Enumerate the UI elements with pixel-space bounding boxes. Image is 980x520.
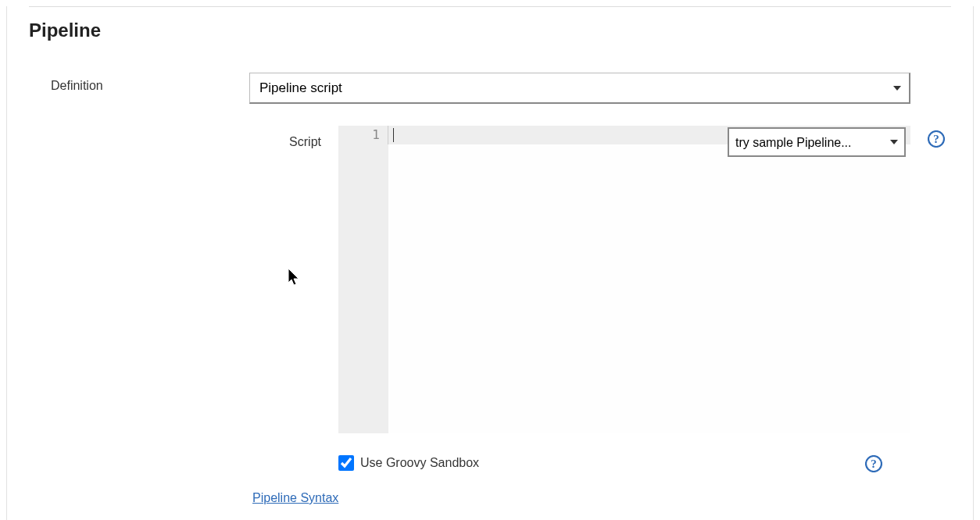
editor-cursor (393, 128, 394, 142)
section-divider (29, 6, 951, 7)
sandbox-checkbox[interactable] (338, 455, 354, 471)
definition-select[interactable]: Pipeline script (249, 73, 910, 104)
sandbox-control: Use Groovy Sandbox (338, 455, 479, 471)
sample-pipeline-select[interactable]: try sample Pipeline... (728, 127, 906, 157)
help-icon: ? (928, 130, 945, 148)
script-help-icon[interactable]: ? (928, 130, 945, 148)
svg-text:?: ? (933, 133, 939, 145)
definition-label: Definition (7, 73, 249, 93)
script-label: Script (7, 126, 338, 149)
definition-row: Definition Pipeline script (7, 73, 973, 104)
code-editor[interactable]: 1 try sample Pipeline... (338, 126, 910, 433)
sandbox-row: Use Groovy Sandbox ? (338, 455, 910, 471)
svg-text:?: ? (871, 458, 877, 470)
syntax-link-row: Pipeline Syntax (252, 491, 973, 505)
line-number: 1 (338, 126, 388, 144)
definition-field: Pipeline script (249, 73, 973, 104)
editor-gutter: 1 (338, 126, 388, 433)
section-title: Pipeline (29, 20, 973, 41)
script-editor-column: ? 1 try sample Pipeline... (338, 126, 973, 471)
sandbox-help-icon[interactable]: ? (865, 455, 882, 472)
pipeline-config-panel: Pipeline Definition Pipeline script Scri… (6, 6, 974, 520)
help-icon: ? (865, 455, 882, 472)
editor-text-area[interactable]: try sample Pipeline... (388, 126, 910, 433)
script-row: Script ? 1 try sample Pipeline... (7, 126, 973, 471)
sandbox-label[interactable]: Use Groovy Sandbox (360, 456, 479, 470)
pipeline-syntax-link[interactable]: Pipeline Syntax (252, 491, 338, 504)
